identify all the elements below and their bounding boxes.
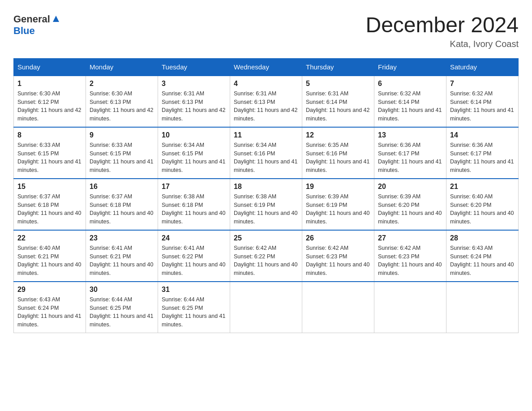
day-info: Sunrise: 6:31 AM Sunset: 6:13 PM Dayligh… xyxy=(162,90,226,123)
calendar-cell: 24 Sunrise: 6:41 AM Sunset: 6:22 PM Dayl… xyxy=(158,230,230,282)
calendar-table: SundayMondayTuesdayWednesdayThursdayFrid… xyxy=(13,58,519,333)
day-number: 24 xyxy=(162,234,226,242)
calendar-cell: 30 Sunrise: 6:44 AM Sunset: 6:25 PM Dayl… xyxy=(86,282,158,333)
header-day-tuesday: Tuesday xyxy=(158,58,230,76)
calendar-cell: 4 Sunrise: 6:31 AM Sunset: 6:13 PM Dayli… xyxy=(230,76,302,127)
day-info: Sunrise: 6:30 AM Sunset: 6:13 PM Dayligh… xyxy=(90,90,154,123)
title-section: December 2024 Kata, Ivory Coast xyxy=(365,13,519,49)
day-info: Sunrise: 6:39 AM Sunset: 6:19 PM Dayligh… xyxy=(306,193,370,226)
day-number: 26 xyxy=(306,234,370,242)
day-info: Sunrise: 6:36 AM Sunset: 6:17 PM Dayligh… xyxy=(450,141,515,175)
calendar-cell: 1 Sunrise: 6:30 AM Sunset: 6:12 PM Dayli… xyxy=(14,76,86,127)
calendar-cell: 16 Sunrise: 6:37 AM Sunset: 6:18 PM Dayl… xyxy=(86,179,158,230)
calendar-cell: 31 Sunrise: 6:44 AM Sunset: 6:25 PM Dayl… xyxy=(158,282,230,333)
day-number: 19 xyxy=(306,183,370,191)
week-row-1: 1 Sunrise: 6:30 AM Sunset: 6:12 PM Dayli… xyxy=(14,76,519,127)
day-info: Sunrise: 6:40 AM Sunset: 6:20 PM Dayligh… xyxy=(450,193,515,226)
day-number: 28 xyxy=(450,234,515,242)
day-number: 21 xyxy=(450,183,515,191)
day-number: 31 xyxy=(162,286,226,294)
calendar-cell: 2 Sunrise: 6:30 AM Sunset: 6:13 PM Dayli… xyxy=(86,76,158,127)
day-info: Sunrise: 6:35 AM Sunset: 6:16 PM Dayligh… xyxy=(306,141,370,175)
day-number: 8 xyxy=(17,131,82,139)
day-info: Sunrise: 6:32 AM Sunset: 6:14 PM Dayligh… xyxy=(450,90,515,123)
day-number: 5 xyxy=(306,80,370,88)
calendar-cell: 3 Sunrise: 6:31 AM Sunset: 6:13 PM Dayli… xyxy=(158,76,230,127)
day-info: Sunrise: 6:37 AM Sunset: 6:18 PM Dayligh… xyxy=(90,193,154,226)
day-info: Sunrise: 6:31 AM Sunset: 6:13 PM Dayligh… xyxy=(234,90,298,123)
day-info: Sunrise: 6:44 AM Sunset: 6:25 PM Dayligh… xyxy=(90,295,154,329)
day-info: Sunrise: 6:43 AM Sunset: 6:24 PM Dayligh… xyxy=(17,295,82,329)
calendar-cell: 13 Sunrise: 6:36 AM Sunset: 6:17 PM Dayl… xyxy=(374,127,446,179)
calendar-cell: 23 Sunrise: 6:41 AM Sunset: 6:21 PM Dayl… xyxy=(86,230,158,282)
day-info: Sunrise: 6:41 AM Sunset: 6:22 PM Dayligh… xyxy=(162,244,226,278)
day-info: Sunrise: 6:38 AM Sunset: 6:18 PM Dayligh… xyxy=(162,193,226,226)
calendar-cell xyxy=(446,282,519,333)
calendar-cell xyxy=(230,282,302,333)
day-info: Sunrise: 6:40 AM Sunset: 6:21 PM Dayligh… xyxy=(17,244,82,278)
day-info: Sunrise: 6:36 AM Sunset: 6:17 PM Dayligh… xyxy=(378,141,442,175)
day-info: Sunrise: 6:37 AM Sunset: 6:18 PM Dayligh… xyxy=(17,193,82,226)
calendar-cell: 12 Sunrise: 6:35 AM Sunset: 6:16 PM Dayl… xyxy=(302,127,374,179)
day-number: 1 xyxy=(17,80,82,88)
day-info: Sunrise: 6:31 AM Sunset: 6:14 PM Dayligh… xyxy=(306,90,370,123)
day-number: 6 xyxy=(378,80,442,88)
week-row-5: 29 Sunrise: 6:43 AM Sunset: 6:24 PM Dayl… xyxy=(14,282,519,333)
calendar-cell: 28 Sunrise: 6:43 AM Sunset: 6:24 PM Dayl… xyxy=(446,230,519,282)
day-number: 11 xyxy=(234,131,298,139)
calendar-cell: 26 Sunrise: 6:42 AM Sunset: 6:23 PM Dayl… xyxy=(302,230,374,282)
week-row-2: 8 Sunrise: 6:33 AM Sunset: 6:15 PM Dayli… xyxy=(14,127,519,179)
day-number: 4 xyxy=(234,80,298,88)
calendar-cell xyxy=(302,282,374,333)
calendar-cell: 10 Sunrise: 6:34 AM Sunset: 6:15 PM Dayl… xyxy=(158,127,230,179)
calendar-cell: 21 Sunrise: 6:40 AM Sunset: 6:20 PM Dayl… xyxy=(446,179,519,230)
day-info: Sunrise: 6:33 AM Sunset: 6:15 PM Dayligh… xyxy=(17,141,82,175)
day-info: Sunrise: 6:42 AM Sunset: 6:22 PM Dayligh… xyxy=(234,244,298,278)
day-number: 2 xyxy=(90,80,154,88)
calendar-cell: 20 Sunrise: 6:39 AM Sunset: 6:20 PM Dayl… xyxy=(374,179,446,230)
day-number: 15 xyxy=(17,183,82,191)
calendar-cell: 11 Sunrise: 6:34 AM Sunset: 6:16 PM Dayl… xyxy=(230,127,302,179)
logo-blue: Blue xyxy=(13,25,35,36)
calendar-cell: 29 Sunrise: 6:43 AM Sunset: 6:24 PM Dayl… xyxy=(14,282,86,333)
calendar-cell: 22 Sunrise: 6:40 AM Sunset: 6:21 PM Dayl… xyxy=(14,230,86,282)
day-info: Sunrise: 6:42 AM Sunset: 6:23 PM Dayligh… xyxy=(306,244,370,278)
day-info: Sunrise: 6:42 AM Sunset: 6:23 PM Dayligh… xyxy=(378,244,442,278)
calendar-cell: 5 Sunrise: 6:31 AM Sunset: 6:14 PM Dayli… xyxy=(302,76,374,127)
day-info: Sunrise: 6:43 AM Sunset: 6:24 PM Dayligh… xyxy=(450,244,515,278)
calendar-cell: 18 Sunrise: 6:38 AM Sunset: 6:19 PM Dayl… xyxy=(230,179,302,230)
calendar-cell xyxy=(374,282,446,333)
day-number: 18 xyxy=(234,183,298,191)
logo: General Blue xyxy=(13,13,61,37)
calendar-cell: 17 Sunrise: 6:38 AM Sunset: 6:18 PM Dayl… xyxy=(158,179,230,230)
day-number: 30 xyxy=(90,286,154,294)
calendar-cell: 27 Sunrise: 6:42 AM Sunset: 6:23 PM Dayl… xyxy=(374,230,446,282)
calendar-cell: 6 Sunrise: 6:32 AM Sunset: 6:14 PM Dayli… xyxy=(374,76,446,127)
day-number: 20 xyxy=(378,183,442,191)
day-info: Sunrise: 6:30 AM Sunset: 6:12 PM Dayligh… xyxy=(17,90,82,123)
day-info: Sunrise: 6:38 AM Sunset: 6:19 PM Dayligh… xyxy=(234,193,298,226)
header-day-monday: Monday xyxy=(86,58,158,76)
header-day-sunday: Sunday xyxy=(14,58,86,76)
day-number: 22 xyxy=(17,234,82,242)
day-number: 14 xyxy=(450,131,515,139)
calendar-cell: 9 Sunrise: 6:33 AM Sunset: 6:15 PM Dayli… xyxy=(86,127,158,179)
day-number: 3 xyxy=(162,80,226,88)
day-info: Sunrise: 6:41 AM Sunset: 6:21 PM Dayligh… xyxy=(90,244,154,278)
day-info: Sunrise: 6:34 AM Sunset: 6:16 PM Dayligh… xyxy=(234,141,298,175)
day-number: 9 xyxy=(90,131,154,139)
logo-triangle-icon xyxy=(51,14,61,24)
day-info: Sunrise: 6:33 AM Sunset: 6:15 PM Dayligh… xyxy=(90,141,154,175)
day-number: 16 xyxy=(90,183,154,191)
day-number: 25 xyxy=(234,234,298,242)
day-number: 13 xyxy=(378,131,442,139)
header-row: SundayMondayTuesdayWednesdayThursdayFrid… xyxy=(14,58,519,76)
day-number: 7 xyxy=(450,80,515,88)
day-info: Sunrise: 6:39 AM Sunset: 6:20 PM Dayligh… xyxy=(378,193,442,226)
day-number: 29 xyxy=(17,286,82,294)
header-day-wednesday: Wednesday xyxy=(230,58,302,76)
calendar-cell: 15 Sunrise: 6:37 AM Sunset: 6:18 PM Dayl… xyxy=(14,179,86,230)
header-day-saturday: Saturday xyxy=(446,58,519,76)
calendar-cell: 8 Sunrise: 6:33 AM Sunset: 6:15 PM Dayli… xyxy=(14,127,86,179)
location: Kata, Ivory Coast xyxy=(365,39,519,49)
